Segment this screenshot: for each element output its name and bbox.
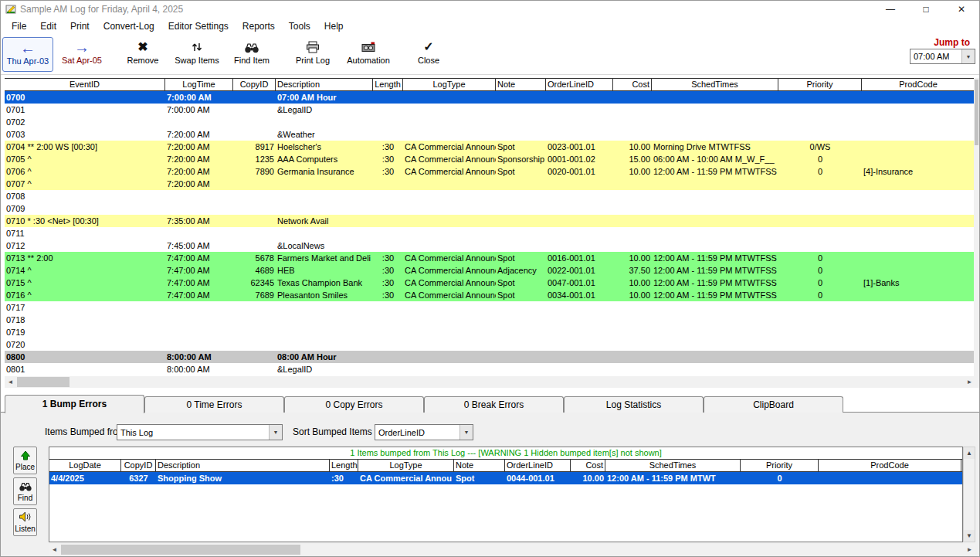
scroll-up-arrow-icon[interactable]: ▲ — [964, 447, 975, 459]
column-header-copyid[interactable]: CopyID — [233, 79, 276, 90]
column-header-description[interactable]: Description — [276, 79, 373, 90]
table-row[interactable]: 07017:00:00 AM&LegalID — [5, 104, 975, 116]
cell-eventid: 0720 — [5, 338, 165, 351]
next-day-button[interactable]: → Sat Apr-05 — [56, 37, 107, 72]
minimize-button[interactable]: — — [873, 1, 908, 18]
place-button[interactable]: Place — [13, 447, 37, 474]
jump-to-select[interactable]: 07:00 AM ▼ — [910, 49, 975, 64]
menu-print[interactable]: Print — [63, 18, 97, 35]
scroll-left-arrow-icon[interactable]: ◄ — [49, 544, 60, 555]
table-row[interactable]: 0709 — [5, 202, 975, 215]
menu-reports[interactable]: Reports — [236, 18, 282, 35]
close-button[interactable]: ✕ — [944, 1, 979, 18]
menu-editor-settings[interactable]: Editor Settings — [161, 18, 236, 35]
table-row[interactable]: 0719 — [5, 326, 975, 338]
table-row[interactable]: 0708 — [5, 190, 975, 202]
table-row[interactable]: 0706 ^7:20:00 AM7890Germania Insurance:3… — [5, 165, 975, 178]
find-item-button[interactable]: Find Item — [231, 37, 273, 72]
find-button[interactable]: Find — [13, 477, 37, 505]
column-header-note[interactable]: Note — [454, 460, 505, 471]
automation-button[interactable]: Automation — [344, 37, 393, 72]
column-header-schedtimes[interactable]: SchedTimes — [605, 460, 741, 471]
maximize-button[interactable]: □ — [908, 1, 944, 18]
table-row[interactable]: 08018:00:00 AM&LegalID — [5, 363, 975, 375]
column-header-description[interactable]: Description — [156, 460, 330, 471]
column-header-note[interactable]: Note — [496, 79, 546, 90]
table-row[interactable]: 07127:45:00 AM&LocalNews — [5, 239, 975, 252]
column-header-eventid[interactable]: EventID — [5, 79, 165, 90]
tab-clipboard[interactable]: ClipBoard — [704, 396, 843, 413]
cell-note — [496, 215, 546, 227]
cell-note: Spot — [496, 289, 546, 301]
swap-items-button[interactable]: Swap Items — [171, 37, 223, 72]
column-header-logdate[interactable]: LogDate — [49, 460, 121, 471]
table-row[interactable]: 0710 * :30 <Net> [00:30]7:35:00 AMNetwor… — [5, 215, 975, 227]
cell-prodcode — [862, 116, 975, 128]
table-row[interactable]: 08008:00:00 AM08:00 AM Hour — [5, 351, 975, 363]
tab-log-statistics[interactable]: Log Statistics — [564, 396, 704, 413]
scrollbar-thumb[interactable] — [975, 80, 978, 145]
table-row[interactable]: 0717 — [5, 301, 975, 314]
bump-vertical-scrollbar[interactable]: ▲ ▼ — [963, 447, 975, 542]
column-header-orderlineid[interactable]: OrderLineID — [546, 79, 613, 90]
scrollbar-thumb[interactable] — [61, 545, 300, 555]
table-row[interactable]: 0715 ^7:47:00 AM62345Texas Champion Bank… — [5, 277, 975, 289]
table-row[interactable]: 0704 ** 2:00 WS [00:30]7:20:00 AM8917Hoe… — [5, 141, 975, 153]
scroll-left-arrow-icon[interactable]: ◄ — [5, 376, 16, 388]
tab-0-time-errors[interactable]: 0 Time Errors — [144, 396, 284, 413]
scroll-right-arrow-icon[interactable]: ► — [964, 544, 975, 555]
cell-logtime — [165, 227, 233, 239]
sort-by-select[interactable]: OrderLineID ▼ — [375, 424, 473, 440]
column-header-copyid[interactable]: CopyID — [121, 460, 156, 471]
cell-schedtimes — [652, 116, 778, 128]
log-vertical-scrollbar[interactable] — [974, 78, 979, 388]
column-header-logtype[interactable]: LogType — [358, 460, 454, 471]
column-header-schedtimes[interactable]: SchedTimes — [652, 79, 778, 90]
table-row[interactable]: 0718 — [5, 314, 975, 326]
remove-button[interactable]: ✖ Remove — [123, 37, 163, 72]
column-header-length[interactable]: Length — [373, 79, 403, 90]
column-header-priority[interactable]: Priority — [778, 79, 862, 90]
column-header-priority[interactable]: Priority — [741, 460, 819, 471]
table-row[interactable]: 07037:20:00 AM&Weather — [5, 128, 975, 141]
listen-button[interactable]: Listen — [13, 508, 37, 536]
close-log-button[interactable]: ✓ Close — [412, 37, 446, 72]
log-horizontal-scrollbar[interactable]: ◄ ► — [5, 376, 975, 388]
tab-0-break-errors[interactable]: 0 Break Errors — [424, 396, 564, 413]
prev-day-button[interactable]: ← Thu Apr-03 — [2, 37, 53, 72]
column-header-logtype[interactable]: LogType — [403, 79, 496, 90]
table-row[interactable]: 0702 — [5, 116, 975, 128]
column-header-prodcode[interactable]: ProdCode — [862, 79, 975, 90]
column-header-cost[interactable]: Cost — [613, 79, 652, 90]
menu-tools[interactable]: Tools — [282, 18, 317, 35]
table-row[interactable]: 0714 ^7:47:00 AM4689HEB:30CA Commercial … — [5, 264, 975, 277]
table-row[interactable]: 0716 ^7:47:00 AM7689Pleasanton Smiles:30… — [5, 289, 975, 301]
tab-0-copy-errors[interactable]: 0 Copy Errors — [284, 396, 424, 413]
cell-copyid — [233, 314, 276, 326]
cell-copyid — [233, 326, 276, 338]
cell-eventid: 0706 ^ — [5, 165, 165, 178]
menu-file[interactable]: File — [5, 18, 33, 35]
menu-convert-log[interactable]: Convert-Log — [97, 18, 161, 35]
column-header-logtime[interactable]: LogTime — [165, 79, 233, 90]
table-row[interactable]: 0720 — [5, 338, 975, 351]
column-header-cost[interactable]: Cost — [571, 460, 605, 471]
table-row[interactable]: 0707 ^7:20:00 AM — [5, 178, 975, 190]
column-header-prodcode[interactable]: ProdCode — [819, 460, 961, 471]
table-row[interactable]: 0705 ^7:20:00 AM1235AAA Computers:30CA C… — [5, 153, 975, 165]
tab-1-bump-errors[interactable]: 1 Bump Errors — [5, 395, 144, 413]
bump-horizontal-scrollbar[interactable]: ◄ ► — [49, 544, 975, 555]
column-header-orderlineid[interactable]: OrderLineID — [505, 460, 571, 471]
scroll-down-arrow-icon[interactable]: ▼ — [964, 530, 975, 542]
table-row[interactable]: 4/4/20256327Shopping Show:30CA Commercia… — [49, 472, 962, 484]
scrollbar-thumb[interactable] — [17, 377, 70, 387]
table-row[interactable]: 0711 — [5, 227, 975, 239]
menu-help[interactable]: Help — [317, 18, 351, 35]
table-row[interactable]: 07007:00:00 AM07:00 AM Hour — [5, 91, 975, 104]
menu-edit[interactable]: Edit — [33, 18, 63, 35]
cell-length: :30 — [373, 289, 403, 301]
table-row[interactable]: 0713 ** 2:007:47:00 AM5678Farmers Market… — [5, 252, 975, 264]
print-log-button[interactable]: Print Log — [291, 37, 334, 72]
bumped-from-select[interactable]: This Log ▼ — [117, 424, 283, 440]
column-header-length[interactable]: Length — [330, 460, 358, 471]
